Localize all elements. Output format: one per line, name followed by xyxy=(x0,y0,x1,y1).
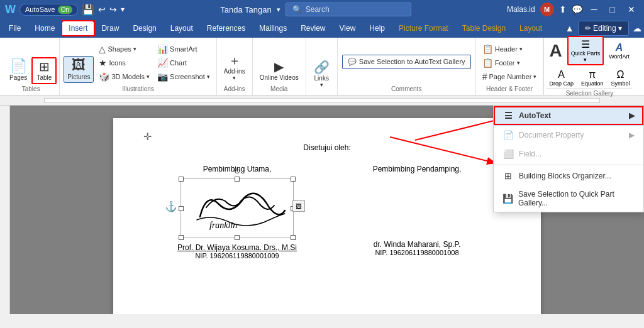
rotate-handle-icon[interactable]: ↻ xyxy=(233,166,241,176)
handle-ml[interactable] xyxy=(179,206,184,211)
autosave-toggle[interactable]: AutoSave On xyxy=(19,4,78,16)
cloud-icon[interactable]: ☁ xyxy=(633,23,641,33)
ribbon: 📄 Pages ⊞ Table Tables 🖼 Pictures △ Shap… xyxy=(0,38,644,96)
redo-icon[interactable]: ↪ xyxy=(109,4,117,14)
right-sig-name: dr. Winda Maharani, Sp.P. xyxy=(343,240,491,249)
links-arrow-icon: ▾ xyxy=(320,82,323,88)
save-selection-icon: 💬 xyxy=(348,58,357,66)
dropdown-separator xyxy=(494,165,643,165)
user-name: Malas.id xyxy=(507,5,535,14)
3d-models-button[interactable]: 🎲 3D Models ▾ xyxy=(96,70,152,83)
disetujui-text: Disetujui oleh: xyxy=(164,143,491,152)
search-box[interactable]: 🔍 Search xyxy=(286,3,411,16)
doc-title: Tanda Tangan xyxy=(220,5,271,14)
screenshot-icon: 📷 xyxy=(157,72,168,82)
menu-review[interactable]: Review xyxy=(294,21,331,35)
header-icon: 📋 xyxy=(482,44,493,54)
online-videos-button[interactable]: ▶ Online Videos xyxy=(257,58,302,83)
tables-group-content: 📄 Pages ⊞ Table xyxy=(6,40,55,83)
dropdown-arrow-icon[interactable]: ▾ xyxy=(277,6,280,14)
hf-label: Header & Footer xyxy=(486,85,533,92)
avatar[interactable]: M xyxy=(540,3,554,16)
ribbon-toggle-icon[interactable]: ▲ xyxy=(565,23,574,33)
undo-icon[interactable]: ↩ xyxy=(98,4,106,14)
pictures-icon: 🖼 xyxy=(72,58,86,72)
illustrations-group-content: 🖼 Pictures △ Shapes ▾ ★ Icons 🎲 3D Model… xyxy=(64,40,212,83)
anchor-cross-icon: ✛ xyxy=(143,131,152,143)
dropdown-savequick-item[interactable]: 💾 Save Selection to Quick Part Gallery..… xyxy=(494,185,643,212)
field-icon: ⬜ xyxy=(502,149,514,159)
shapes-button[interactable]: △ Shapes ▾ xyxy=(96,43,152,55)
menu-file[interactable]: File xyxy=(3,21,27,35)
page-number-button[interactable]: # Page Number ▾ xyxy=(480,70,540,83)
links-button[interactable]: 🔗 Links ▾ xyxy=(310,59,333,90)
equation-button[interactable]: π Equation xyxy=(579,68,606,88)
hf-group-content: 📋 Header ▾ 📋 Footer ▾ # Page Number ▾ xyxy=(480,40,540,83)
quick-parts-button[interactable]: ☰ Quick Parts ▾ xyxy=(567,36,604,65)
table-icon: ⊞ xyxy=(39,60,50,73)
chart-icon: 📈 xyxy=(157,58,168,68)
smartart-icon: 📊 xyxy=(157,44,168,54)
screenshot-button[interactable]: 📷 Screenshot ▾ xyxy=(155,70,213,83)
dropdown-organizer-item[interactable]: ⊞ Building Blocks Organizer... xyxy=(494,167,643,185)
footer-icon: 📋 xyxy=(482,58,493,68)
quick-parts-dropdown: ☰ AutoText ▶ 📄 Document Property ▶ ⬜ Fie… xyxy=(493,106,644,212)
quick-parts-label: Quick Parts xyxy=(571,50,601,57)
image-placeholder-icon[interactable]: 🖼 xyxy=(292,200,305,212)
illustrations-col2: 📊 SmartArt 📈 Chart 📷 Screenshot ▾ xyxy=(155,43,213,83)
addins-arrow-icon: ▾ xyxy=(233,75,236,81)
menu-mailings[interactable]: Mailings xyxy=(253,21,293,35)
menu-home[interactable]: Home xyxy=(28,21,61,35)
save-icon[interactable]: 💾 xyxy=(82,4,94,16)
editing-button[interactable]: ✏ Editing ▾ xyxy=(578,21,629,36)
menu-help[interactable]: Help xyxy=(363,21,391,35)
handle-tm[interactable] xyxy=(235,177,240,182)
menu-layout2[interactable]: Layout xyxy=(513,21,548,35)
header-button[interactable]: 📋 Header ▾ xyxy=(480,43,540,55)
menu-references[interactable]: References xyxy=(201,21,252,35)
handle-tr[interactable] xyxy=(291,177,296,182)
handle-bl[interactable] xyxy=(179,235,184,240)
close-button[interactable]: ✕ xyxy=(624,4,639,14)
savequick-icon: 💾 xyxy=(502,194,513,204)
table-button[interactable]: ⊞ Table xyxy=(33,58,55,83)
addins-button[interactable]: ＋ Add-ins ▾ xyxy=(221,52,248,83)
footer-arrow-icon: ▾ xyxy=(517,60,520,66)
smartart-button[interactable]: 📊 SmartArt xyxy=(155,43,213,55)
menu-view[interactable]: View xyxy=(333,21,362,35)
dropcap-icon: A xyxy=(558,69,565,80)
menu-draw[interactable]: Draw xyxy=(95,21,125,35)
symbols-button[interactable]: Ω Symbol xyxy=(608,68,632,88)
save-selection-button[interactable]: 💬 Save Selection to AutoText Gallery xyxy=(342,55,471,69)
menu-layout[interactable]: Layout xyxy=(164,21,199,35)
pictures-button[interactable]: 🖼 Pictures xyxy=(64,56,94,83)
footer-button[interactable]: 📋 Footer ▾ xyxy=(480,57,540,69)
chart-button[interactable]: 📈 Chart xyxy=(155,57,213,69)
dropdown-autotext-item[interactable]: ☰ AutoText ▶ xyxy=(494,106,643,125)
signature-selection[interactable]: ↻ xyxy=(180,178,294,238)
addins-group-content: ＋ Add-ins ▾ xyxy=(221,40,248,83)
links-icon: 🔗 xyxy=(314,61,330,74)
ruler xyxy=(0,96,644,106)
autosave-label: AutoSave xyxy=(25,6,55,13)
media-group-content: ▶ Online Videos xyxy=(257,40,302,83)
comments-icon[interactable]: 💬 xyxy=(572,4,582,14)
dropdown-field-item: ⬜ Field... xyxy=(494,145,643,163)
drop-cap-button[interactable]: A Drop Cap xyxy=(547,68,576,88)
search-placeholder: Search xyxy=(306,5,330,14)
handle-tl[interactable] xyxy=(179,177,184,182)
handle-bm[interactable] xyxy=(235,235,240,240)
icons-button[interactable]: ★ Icons xyxy=(96,57,152,69)
minimize-button[interactable]: ─ xyxy=(587,4,601,14)
menu-picture-format[interactable]: Picture Format xyxy=(392,21,455,35)
pages-button[interactable]: 📄 Pages xyxy=(6,57,30,83)
wordart-button[interactable]: A WordArt xyxy=(606,41,632,61)
restore-button[interactable]: □ xyxy=(606,4,619,14)
handle-br[interactable] xyxy=(291,235,296,240)
menu-table-design[interactable]: Table Design xyxy=(456,21,512,35)
menu-design[interactable]: Design xyxy=(126,21,162,35)
left-ruler xyxy=(0,106,10,314)
share-icon[interactable]: ⬆ xyxy=(559,4,567,14)
text-button[interactable]: A xyxy=(547,40,564,62)
menu-insert[interactable]: Insert xyxy=(62,21,94,35)
